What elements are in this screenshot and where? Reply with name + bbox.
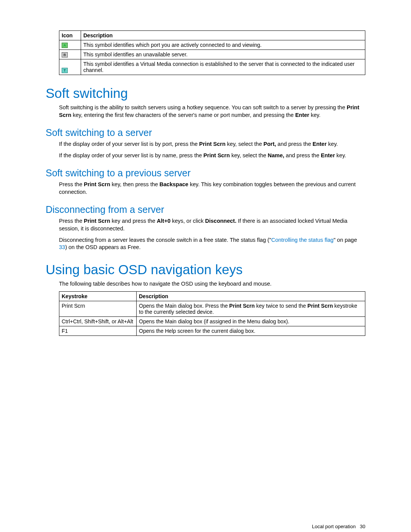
footer-page-number: 30	[360, 524, 365, 529]
table-row: Ctrl+Ctrl, Shift+Shift, or Alt+Alt Opens…	[59, 317, 365, 326]
osd-intro-paragraph: The following table describes how to nav…	[59, 280, 365, 288]
active-port-icon: A	[62, 43, 68, 48]
virtual-media-icon: T	[62, 68, 68, 73]
icon-desc: This symbol identifies which port you ar…	[81, 40, 365, 50]
description-header: Description	[81, 31, 365, 40]
keystroke-cell: F1	[59, 326, 137, 336]
icon-table: Icon Description A This symbol identifie…	[59, 30, 365, 75]
controlling-status-flag-link[interactable]: Controlling the status flag	[271, 237, 334, 243]
keystroke-header: Keystroke	[59, 292, 137, 301]
keystroke-desc-cell: Opens the Main dialog box. Press the Pri…	[137, 301, 365, 317]
keystroke-description-header: Description	[137, 292, 365, 301]
soft-switching-paragraph: Soft switching is the ability to switch …	[59, 104, 365, 119]
unavailable-server-icon: B	[62, 52, 68, 58]
table-row: T This symbol identifies a Virtual Media…	[59, 59, 365, 75]
table-row: F1 Opens the Help screen for the current…	[59, 326, 365, 336]
heading-soft-switching: Soft switching	[46, 86, 365, 101]
icon-desc: This symbol identifies a Virtual Media c…	[81, 59, 365, 75]
page: Icon Description A This symbol identifie…	[0, 0, 411, 532]
disconnecting-paragraph-1: Press the Print Scrn key and press the A…	[59, 217, 365, 232]
to-server-paragraph-2: If the display order of your server list…	[59, 152, 365, 160]
keystroke-desc-cell: Opens the Help screen for the current di…	[137, 326, 365, 336]
table-row: Print Scrn Opens the Main dialog box. Pr…	[59, 301, 365, 317]
keystroke-desc-cell: Opens the Main dialog box (if assigned i…	[137, 317, 365, 326]
to-server-paragraph-1: If the display order of your server list…	[59, 141, 365, 148]
keystroke-cell: Print Scrn	[59, 301, 137, 317]
keystroke-header-row: Keystroke Description	[59, 292, 365, 301]
heading-disconnecting: Disconnecting from a server	[46, 204, 365, 215]
icon-table-header-row: Icon Description	[59, 31, 365, 40]
heading-to-server: Soft switching to a server	[46, 127, 365, 138]
keystroke-table: Keystroke Description Print Scrn Opens t…	[59, 291, 365, 336]
heading-previous-server: Soft switching to a previous server	[46, 168, 365, 179]
disconnecting-paragraph-2: Disconnecting from a server leaves the c…	[59, 236, 365, 251]
table-row: A This symbol identifies which port you …	[59, 40, 365, 50]
page-footer: Local port operation 30	[312, 524, 365, 529]
icon-desc: This symbol identifies an unavailable se…	[81, 50, 365, 59]
table-row: B This symbol identifies an unavailable …	[59, 50, 365, 59]
page-link[interactable]: 33	[59, 244, 65, 250]
keystroke-cell: Ctrl+Ctrl, Shift+Shift, or Alt+Alt	[59, 317, 137, 326]
previous-server-paragraph: Press the Print Scrn key, then press the…	[59, 181, 365, 196]
icon-header: Icon	[59, 31, 81, 40]
footer-section: Local port operation	[312, 524, 356, 529]
heading-osd-navigation: Using basic OSD navigation keys	[46, 262, 365, 277]
